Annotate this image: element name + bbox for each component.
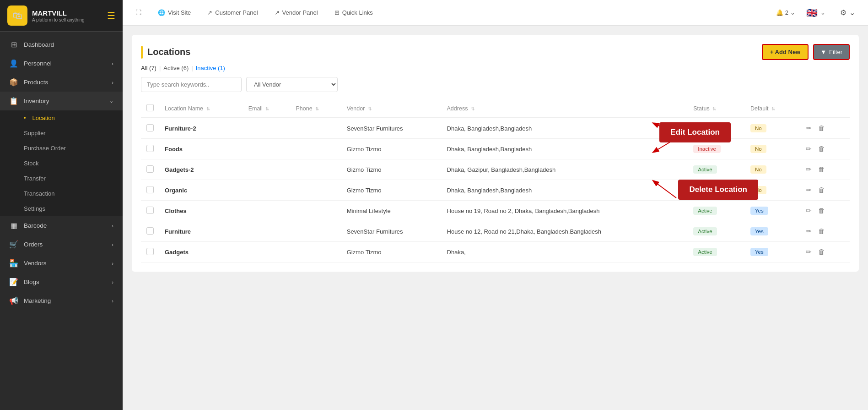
edit-button[interactable]: ✏ [803, 185, 814, 196]
fullscreen-button[interactable]: ⛶ [132, 7, 145, 18]
row-checkbox[interactable] [146, 165, 154, 173]
customer-panel-button[interactable]: ↗ Customer Panel [204, 7, 261, 18]
sidebar-item-supplier[interactable]: Supplier [0, 126, 123, 141]
chevron-right-icon: › [112, 261, 113, 266]
products-icon: 📦 [9, 78, 18, 87]
vendor-cell: Minimal Lifestyle [341, 201, 442, 221]
edit-button[interactable]: ✏ [803, 143, 814, 154]
filter-icon: ▼ [820, 49, 826, 55]
transaction-label: Transaction [24, 190, 54, 197]
edit-button[interactable]: ✏ [803, 205, 814, 216]
default-badge: No [750, 186, 766, 194]
sort-icon[interactable]: ⇅ [771, 106, 775, 111]
quick-links-label: Quick Links [342, 9, 373, 16]
filter-inactive[interactable]: Inactive (1) [196, 65, 225, 71]
delete-button[interactable]: 🗑 [816, 185, 827, 195]
chevron-down-icon: ⌄ [109, 98, 113, 104]
visit-site-button[interactable]: 🌐 Visit Site [154, 7, 194, 18]
row-checkbox[interactable] [146, 207, 154, 214]
delete-button[interactable]: 🗑 [816, 205, 827, 216]
row-checkbox[interactable] [146, 227, 154, 235]
default-badge: Yes [750, 207, 768, 215]
sort-icon[interactable]: ⇅ [315, 106, 319, 111]
sidebar-item-stock[interactable]: Stock [0, 156, 123, 171]
table-row: Furniture SevenStar Furnitures House no … [141, 221, 850, 242]
status-badge: Active [693, 248, 717, 256]
table-container: Location Name ⇅ Email ⇅ Phone ⇅ Vendor ⇅… [141, 99, 850, 262]
row-checkbox[interactable] [146, 186, 154, 193]
sidebar-item-products[interactable]: 📦 Products › [0, 73, 123, 92]
edit-button[interactable]: ✏ [803, 164, 814, 175]
quick-links-button[interactable]: ⊞ Quick Links [331, 7, 377, 18]
search-input[interactable] [141, 77, 242, 92]
notification-button[interactable]: 🔔 2 ⌄ [776, 9, 795, 16]
default-cell: No [745, 180, 798, 201]
edit-button[interactable]: ✏ [803, 123, 814, 134]
col-vendor: Vendor ⇅ [341, 99, 442, 118]
vendor-cell: Gizmo Tizmo [341, 242, 442, 262]
sort-icon[interactable]: ⇅ [471, 106, 474, 111]
sidebar-item-transfer[interactable]: Transfer [0, 171, 123, 186]
filter-active[interactable]: Active (6) [163, 65, 189, 71]
edit-button[interactable]: ✏ [803, 246, 814, 257]
delete-button[interactable]: 🗑 [816, 143, 827, 154]
row-checkbox[interactable] [146, 145, 154, 152]
add-new-button[interactable]: + Add New [762, 44, 809, 60]
actions-cell: ✏ 🗑 [798, 221, 850, 242]
sidebar-item-settings[interactable]: Settings [0, 201, 123, 216]
table-header: Location Name ⇅ Email ⇅ Phone ⇅ Vendor ⇅… [141, 99, 850, 118]
sidebar-item-location[interactable]: Location [0, 110, 123, 126]
vendor-select[interactable]: All Vendor [246, 77, 338, 92]
phone-cell [291, 201, 341, 221]
sidebar-item-marketing[interactable]: 📢 Marketing › [0, 291, 123, 310]
vendor-panel-button[interactable]: ↗ Vendor Panel [271, 7, 322, 18]
inventory-submenu: Location Supplier Purchase Order Stock T… [0, 110, 123, 216]
select-all-cell [141, 99, 159, 118]
hamburger-icon[interactable]: ☰ [107, 10, 115, 21]
edit-button[interactable]: ✏ [803, 226, 814, 237]
sidebar-item-barcode[interactable]: ▦ Barcode › [0, 216, 123, 235]
address-cell: Dhaka, Bangladesh,Bangladesh [442, 139, 688, 159]
sidebar-item-inventory[interactable]: 📋 Inventory ⌄ [0, 92, 123, 110]
actions-cell: ✏ 🗑 [798, 139, 850, 159]
delete-button[interactable]: 🗑 [816, 164, 827, 175]
language-selector[interactable]: 🇬🇧 ⌄ [803, 5, 829, 20]
sidebar-item-purchase-order[interactable]: Purchase Order [0, 141, 123, 156]
transfer-label: Transfer [24, 175, 46, 182]
sort-icon[interactable]: ⇅ [368, 106, 372, 111]
row-checkbox[interactable] [146, 248, 154, 255]
row-checkbox[interactable] [146, 124, 154, 131]
address-cell: House no 19, Road no 2, Dhaka, Banglades… [442, 201, 688, 221]
purchase-order-label: Purchase Order [24, 145, 66, 152]
sidebar-item-transaction[interactable]: Transaction [0, 186, 123, 201]
sidebar-item-orders[interactable]: 🛒 Orders › [0, 235, 123, 254]
vendor-cell: Gizmo Tizmo [341, 180, 442, 201]
delete-button[interactable]: 🗑 [816, 226, 827, 236]
default-badge: No [750, 124, 766, 132]
sort-icon[interactable]: ⇅ [265, 106, 269, 111]
filter-button[interactable]: ▼ Filter [813, 44, 850, 60]
chevron-right-icon: › [112, 61, 113, 66]
sidebar-item-vendors[interactable]: 🏪 Vendors › [0, 254, 123, 273]
sidebar-item-blogs[interactable]: 📝 Blogs › [0, 273, 123, 291]
email-cell [243, 118, 291, 139]
sort-icon[interactable]: ⇅ [206, 106, 210, 111]
delete-button[interactable]: 🗑 [816, 123, 827, 133]
sidebar-item-personnel[interactable]: 👤 Personnel › [0, 54, 123, 73]
default-badge: Yes [750, 227, 768, 235]
filter-label: Filter [829, 49, 842, 55]
row-checkbox-cell [141, 139, 159, 159]
sort-icon[interactable]: ⇅ [712, 106, 716, 111]
filter-all[interactable]: All (7) [141, 65, 156, 71]
chevron-right-icon: › [112, 298, 113, 304]
row-checkbox-cell [141, 180, 159, 201]
page-actions: + Add New ▼ Filter [762, 44, 850, 60]
sidebar-item-dashboard[interactable]: ⊞ Dashboard [0, 35, 123, 54]
settings-button[interactable]: ⚙ ⌄ [836, 6, 859, 19]
inventory-icon: 📋 [9, 97, 18, 105]
select-all-checkbox[interactable] [146, 104, 154, 111]
email-cell [243, 242, 291, 262]
delete-button[interactable]: 🗑 [816, 246, 827, 257]
chevron-right-icon: › [112, 80, 113, 85]
visit-site-label: Visit Site [168, 9, 191, 16]
